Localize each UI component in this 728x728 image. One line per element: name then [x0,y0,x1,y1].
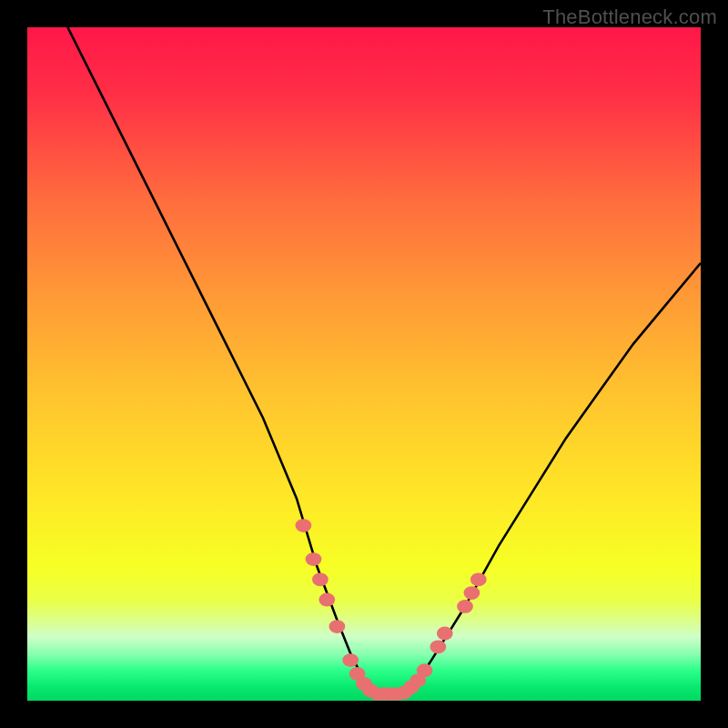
plot-area [27,27,701,701]
curve-marker [329,620,346,633]
curve-marker [457,600,473,613]
curve-path [67,27,701,694]
curve-marker [342,653,359,667]
bottleneck-curve [27,27,701,701]
curve-marker [464,586,480,600]
curve-marker [318,593,335,607]
curve-marker [437,627,453,641]
curve-marker [417,663,433,677]
curve-marker [306,552,322,566]
chart-frame: TheBottleneck.com [0,0,728,728]
curve-marker [296,519,312,532]
curve-marker [312,572,329,586]
curve-marker [430,640,447,653]
curve-marker [470,572,487,586]
curve-markers [296,519,487,701]
watermark-text: TheBottleneck.com [542,5,717,29]
